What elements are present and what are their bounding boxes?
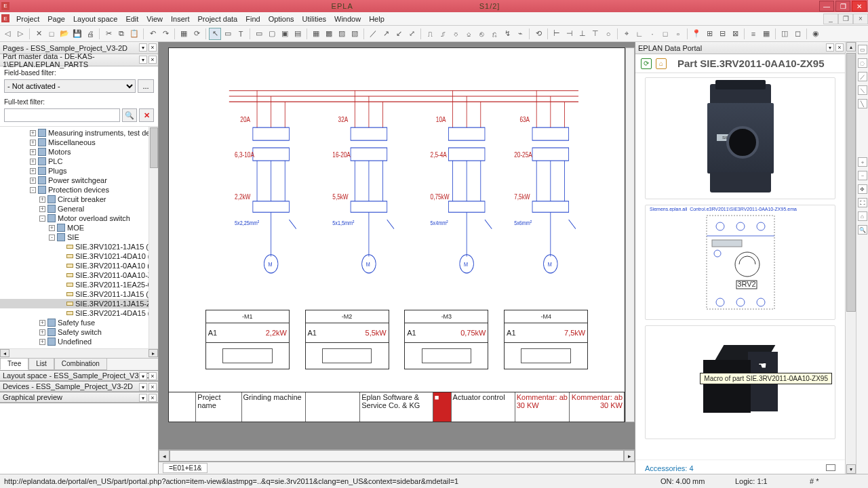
expander-icon[interactable]: -: [39, 216, 45, 222]
scroll-left-icon[interactable]: ◂: [0, 349, 9, 357]
expander-icon[interactable]: +: [30, 140, 36, 146]
tb-open[interactable]: 📂: [58, 28, 71, 40]
tb-save[interactable]: 💾: [71, 28, 83, 40]
tb-x1[interactable]: ⊞: [703, 28, 715, 40]
tb-cursor[interactable]: ↖: [209, 28, 221, 40]
tree-node[interactable]: +PLC: [0, 157, 158, 166]
close-icon[interactable]: ×: [149, 43, 157, 52]
close-button[interactable]: ✕: [852, 1, 867, 12]
menu-layout-space[interactable]: Layout space: [69, 14, 121, 24]
tb-sq2[interactable]: ▫: [672, 28, 684, 40]
tb-res[interactable]: ⊣: [564, 28, 576, 40]
maximize-button[interactable]: ❐: [835, 1, 850, 12]
tree-leaf[interactable]: SIE.3RV2011-1JA15-Z: [0, 299, 158, 308]
tb-g4[interactable]: ▧: [349, 28, 361, 40]
page-tab[interactable]: =E01+E1&: [163, 463, 208, 473]
tree-node[interactable]: -SIE: [0, 232, 158, 242]
panel-header-layout-space[interactable]: Layout space - ESS_Sample_Project_V3-2D …: [0, 370, 158, 381]
expander-icon[interactable]: +: [49, 225, 55, 231]
tb-macro[interactable]: ▦: [178, 28, 190, 40]
tree-node[interactable]: +Circuit breaker: [0, 195, 158, 204]
tb-w5[interactable]: ⎋: [475, 28, 488, 40]
tb-paste[interactable]: 📋: [128, 28, 140, 40]
pin-icon[interactable]: ▾: [139, 383, 147, 391]
panel-header-devices[interactable]: Devices - ESS_Sample_Project_V3-2D ▾ ×: [0, 381, 158, 392]
rtool-zoom-in[interactable]: ＋: [858, 157, 867, 167]
tb-w4[interactable]: ⎐: [462, 28, 475, 40]
tb-print[interactable]: 🖨: [84, 28, 96, 40]
tree-node[interactable]: +MOE: [0, 223, 158, 232]
tb-close-proj[interactable]: ✕: [33, 28, 45, 40]
rtool-1[interactable]: ▭: [858, 45, 867, 54]
drawing-vscrollbar[interactable]: [625, 47, 635, 422]
tree-node[interactable]: +Miscellaneous: [0, 138, 158, 147]
rtool-zoom-out[interactable]: －: [858, 171, 867, 180]
tree-leaf[interactable]: SIE.3RV2011-0AA10-Z: [0, 270, 158, 280]
parts-tree[interactable]: +Measuring instruments, test dev+Miscell…: [0, 128, 158, 346]
menu-project[interactable]: Project: [12, 14, 43, 24]
expander-icon[interactable]: +: [30, 168, 36, 174]
pin-icon[interactable]: ▾: [139, 56, 147, 64]
tb-text[interactable]: T: [235, 28, 247, 40]
rtool-3[interactable]: ／: [858, 72, 867, 81]
pin-icon[interactable]: ▾: [139, 372, 147, 380]
tb-line2[interactable]: ↗: [380, 28, 392, 40]
part-symbol-card[interactable]: Siemens.eplan.all_Control.e3RV2011\SIE3R…: [645, 205, 835, 320]
expander-icon[interactable]: +: [39, 206, 45, 212]
rtool-search[interactable]: 🔍: [858, 225, 867, 235]
expander-icon[interactable]: +: [30, 178, 36, 184]
schematic-canvas[interactable]: 20A6,3-10A2,2kW5x2,25mm²M32A16-20A5,5kW5…: [168, 47, 625, 422]
tree-node[interactable]: +Motors: [0, 147, 158, 157]
tree-leaf[interactable]: SIE.3RV2011-1EA25-0: [0, 280, 158, 289]
accessories-link[interactable]: Accessories: 4: [645, 464, 694, 472]
tb-refresh[interactable]: ⟲: [532, 28, 545, 40]
part-photo-card[interactable]: SIEMENS: [645, 77, 835, 199]
tree-node[interactable]: +Power switchgear: [0, 176, 158, 185]
tb-w3[interactable]: ⎏: [450, 28, 462, 40]
tb-x3[interactable]: ⊠: [729, 28, 741, 40]
tb-copy[interactable]: ⧉: [115, 28, 127, 40]
tb-rect2[interactable]: ▢: [266, 28, 278, 40]
scroll-right-icon[interactable]: ▸: [149, 349, 158, 357]
expander-icon[interactable]: +: [30, 130, 36, 136]
menu-view[interactable]: View: [142, 14, 167, 24]
field-filter-select[interactable]: - Not activated -: [4, 79, 136, 93]
hscroll-right[interactable]: ▸: [624, 450, 635, 462]
tree-leaf[interactable]: SIE.3RV1021-4DA10 (I: [0, 251, 158, 261]
rtool-2[interactable]: ◌: [858, 58, 867, 68]
expander-icon[interactable]: -: [49, 235, 55, 241]
portal-vscrollbar[interactable]: ▴ ▾: [845, 42, 856, 474]
tree-node[interactable]: +Safety fuse: [0, 318, 158, 327]
tb-rect3[interactable]: ▣: [279, 28, 291, 40]
tb-line3[interactable]: ↙: [393, 28, 405, 40]
tree-hscrollbar[interactable]: ◂ ▸: [0, 348, 158, 358]
tb-g2[interactable]: ▩: [323, 28, 335, 40]
close-icon[interactable]: ×: [149, 394, 157, 402]
expander-icon[interactable]: +: [30, 149, 36, 155]
expander-icon[interactable]: -: [30, 187, 36, 193]
menu-options[interactable]: Options: [264, 14, 298, 24]
tb-layer[interactable]: ≡: [747, 28, 760, 40]
close-icon[interactable]: ×: [149, 383, 157, 391]
tb-cap[interactable]: ⊢: [551, 28, 563, 40]
tb-rect4[interactable]: ▤: [292, 28, 304, 40]
menu-page[interactable]: Page: [43, 14, 69, 24]
close-icon[interactable]: ×: [149, 372, 157, 380]
tb-coil[interactable]: ⊥: [576, 28, 589, 40]
fulltext-filter-input[interactable]: [4, 108, 120, 122]
panel-header-data-portal[interactable]: EPLAN Data Portal ▾ ×: [635, 42, 845, 54]
tb-ang[interactable]: ∟: [633, 28, 646, 40]
tab-list[interactable]: List: [28, 359, 54, 370]
rtool-home[interactable]: ⌂: [858, 211, 867, 221]
tree-node[interactable]: -Motor overload switch: [0, 214, 158, 223]
tb-pt[interactable]: ·: [646, 28, 658, 40]
tb-grid[interactable]: ▦: [760, 28, 772, 40]
menu-find[interactable]: Find: [241, 14, 264, 24]
tb-w6[interactable]: ⎌: [488, 28, 500, 40]
tb-w7[interactable]: ↯: [501, 28, 513, 40]
expander-icon[interactable]: +: [39, 339, 45, 345]
tb-help[interactable]: ◉: [810, 28, 822, 40]
tree-node[interactable]: -Protection devices: [0, 185, 158, 195]
part-macro-card[interactable]: ☚ Macro of part SIE.3RV2011-0AA10-ZX95: [645, 325, 835, 439]
mdi-close[interactable]: ×: [853, 14, 868, 24]
